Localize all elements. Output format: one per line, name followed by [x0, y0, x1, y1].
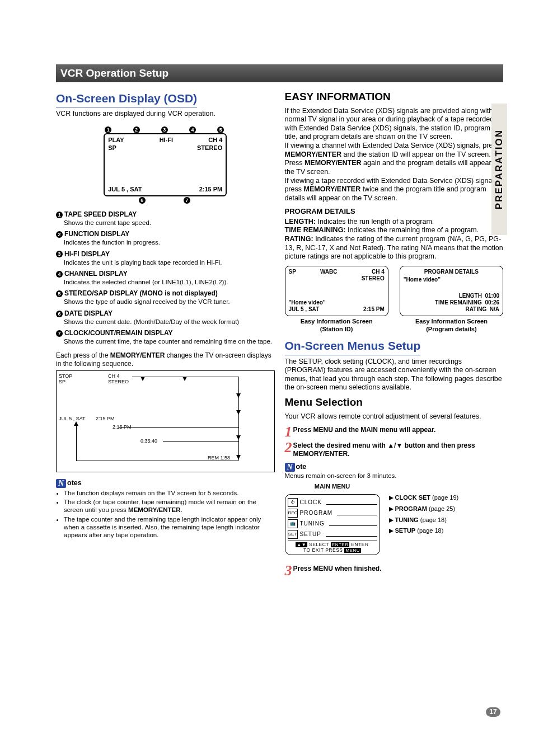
seq-intro: Each press of the MEMORY/ENTER changes t… [56, 351, 275, 368]
osd-sp: SP [108, 144, 116, 152]
right-column: EASY INFORMATION If the Extended Data Se… [285, 88, 504, 575]
osd-item-desc: Shows the current tape speed. [64, 219, 275, 227]
page-number: 17 [486, 707, 500, 717]
menu-pointer: TUNING (page 18) [389, 516, 459, 524]
side-tab: PREPARATION [491, 104, 507, 235]
menu-icon: ⏱ [288, 498, 298, 507]
columns: On-Screen Display (OSD) VCR functions ar… [56, 88, 503, 575]
osd-item-desc: Shows the type of audio signal received … [64, 298, 275, 306]
osd-diagram: 1 2 3 4 5 PLAY HI-FI CH 4 SP STEREO [101, 123, 229, 207]
callout-4: 4 [189, 126, 196, 133]
menu-row: RECPROGRAM [288, 509, 377, 518]
step-1: 1 Press MENU and the MAIN menu will appe… [285, 424, 504, 436]
menu-selection-heading: Menu Selection [285, 396, 504, 409]
easy-p3: If viewing a tape recorded with Extended… [285, 177, 504, 203]
section-title: VCR Operation Setup [56, 64, 503, 82]
main-menu-label: MAIN MENU [285, 483, 380, 491]
osd-intro: VCR functions are displayed during VCR o… [56, 110, 275, 119]
osd-stereo: STEREO [197, 144, 222, 152]
seq-sp: SP [59, 379, 65, 385]
mini-right-caption: Easy Information Screen(Program details) [400, 318, 503, 334]
step-num-1: 1 [285, 428, 292, 436]
osd-time: 2:15 PM [199, 186, 223, 194]
seq-stereo: STEREO [108, 379, 129, 385]
menu-pointer: CLOCK SET (page 19) [389, 494, 459, 502]
osd-item-title: 6DATE DISPLAY [56, 309, 275, 318]
menu-footer: ▲▼ SELECT ENTER ENTER TO EXIT PRESS MENU [288, 541, 377, 553]
menu-pointer: PROGRAM (page 25) [389, 505, 459, 513]
main-menu-box: ⏱CLOCKRECPROGRAM📺TUNINGSETSETUP ▲▼ SELEC… [285, 494, 380, 555]
menu-label: SETUP [300, 531, 321, 538]
easy-info-heading: EASY INFORMATION [285, 90, 504, 104]
osd-item-desc: Indicates the function in progress. [64, 238, 275, 246]
callout-5: 5 [217, 126, 224, 133]
osd-item-title: 7CLOCK/COUNT/REMAIN DISPLAY [56, 329, 275, 337]
program-details-heading: PROGRAM DETAILS [285, 207, 504, 216]
seq-time1: 2:15 PM [96, 416, 115, 422]
seq-date: JUL 5 , SAT [59, 416, 86, 422]
callout-6: 6 [139, 197, 146, 204]
step-num-3: 3 [285, 566, 292, 575]
callout-3: 3 [161, 126, 168, 133]
osd-item-title: 5STEREO/SAP DISPLAY (MONO is not display… [56, 289, 275, 298]
note-item: The tape counter and the remaining tape … [64, 515, 275, 539]
osd-item-title: 3HI-FI DISPLAY [56, 250, 275, 259]
note-item: The clock (or tape counter, tape remaini… [64, 498, 275, 514]
menu-label: PROGRAM [300, 510, 333, 517]
step-3: 3 Press MENU when finished. [285, 563, 504, 575]
mini-screens: SP WABC CH 4 STEREO "Home video" JUL 5 ,… [285, 266, 504, 334]
menu-icon: 📺 [288, 519, 298, 528]
notes-block: Notes The function displays remain on th… [56, 479, 275, 539]
menu-pointer: SETUP (page 18) [389, 527, 459, 535]
osd-item-desc: Indicates the unit is playing back tape … [64, 259, 275, 266]
osd-item-list: 1TAPE SPEED DISPLAYShows the current tap… [56, 210, 275, 346]
note-item: The function displays remain on the TV s… [64, 489, 275, 497]
prog-length: LENGTH: Indicates the run length of a pr… [285, 218, 504, 227]
osd-item-title: 1TAPE SPEED DISPLAY [56, 210, 275, 219]
osd-play: PLAY [108, 137, 124, 144]
prog-time: TIME REMAINING: Indicates the remaining … [285, 226, 504, 235]
easy-p2: If viewing a channel with Extended Data … [285, 142, 504, 177]
osd-item-desc: Shows the current time, the tape counter… [64, 337, 275, 345]
mini-left-caption: Easy Information Screen(Station ID) [285, 318, 388, 334]
menus-intro: The SETUP, clock setting (CLOCK), and ti… [285, 358, 504, 393]
mini-screen-station-id: SP WABC CH 4 STEREO "Home video" JUL 5 ,… [285, 266, 388, 316]
menu-label: TUNING [300, 520, 325, 528]
osd-item-desc: Indicates the selected channel (or LINE1… [64, 278, 275, 286]
mini-screen-program-details: PROGRAM DETAILS "Home video" LENGTH 01:0… [400, 266, 503, 316]
callout-2: 2 [133, 126, 140, 133]
step-2: 2 Select the desired menu with ▲/▼ butto… [285, 440, 504, 458]
left-column: On-Screen Display (OSD) VCR functions ar… [56, 88, 275, 575]
menu-label: CLOCK [300, 499, 322, 506]
osd-heading: On-Screen Display (OSD) [56, 91, 197, 107]
side-tab-label: PREPARATION [493, 129, 505, 209]
main-menu-diagram: ⏱CLOCKRECPROGRAM📺TUNINGSETSETUP ▲▼ SELEC… [285, 494, 504, 555]
osd-hifi: HI-FI [160, 137, 173, 144]
osd-item-title: 2FUNCTION DISPLAY [56, 230, 275, 238]
menu-icon: SET [288, 530, 298, 539]
single-note-text: Menus remain on-screen for 3 minutes. [285, 472, 504, 480]
notes-heading: otes [67, 479, 82, 487]
page: PREPARATION VCR Operation Setup On-Scree… [0, 0, 534, 756]
onscreen-menus-heading: On-Screen Menus Setup [285, 339, 421, 355]
osd-ch: CH 4 [208, 137, 222, 144]
menu-row: ⏱CLOCK [288, 498, 377, 507]
easy-p1: If the Extended Data Service (XDS) signa… [285, 107, 504, 142]
seq-counter: 0:35:40 [140, 438, 157, 444]
step-num-2: 2 [285, 443, 292, 452]
notes-list: The function displays remain on the TV s… [56, 489, 275, 539]
note-icon: N [285, 463, 295, 472]
osd-item-title: 4CHANNEL DISPLAY [56, 270, 275, 278]
callout-7: 7 [184, 197, 190, 204]
note-icon: N [56, 479, 66, 488]
single-note: Note [285, 463, 504, 472]
menu-selection-intro: Your VCR allows remote control adjustmen… [285, 412, 504, 421]
menu-pointers: CLOCK SET (page 19)PROGRAM (page 25)TUNI… [389, 494, 459, 538]
menu-icon: REC [288, 509, 298, 518]
callout-1: 1 [105, 126, 111, 133]
menu-row: 📺TUNING [288, 519, 377, 528]
sequence-diagram: STOP SP CH 4 STEREO JUL 5 , SAT 2:15 PM … [56, 370, 275, 472]
prog-rating: RATING: Indicates the rating of the curr… [285, 235, 504, 261]
menu-row: SETSETUP [288, 530, 377, 539]
osd-item-desc: Shows the current date. (Month/Date/Day … [64, 318, 275, 326]
